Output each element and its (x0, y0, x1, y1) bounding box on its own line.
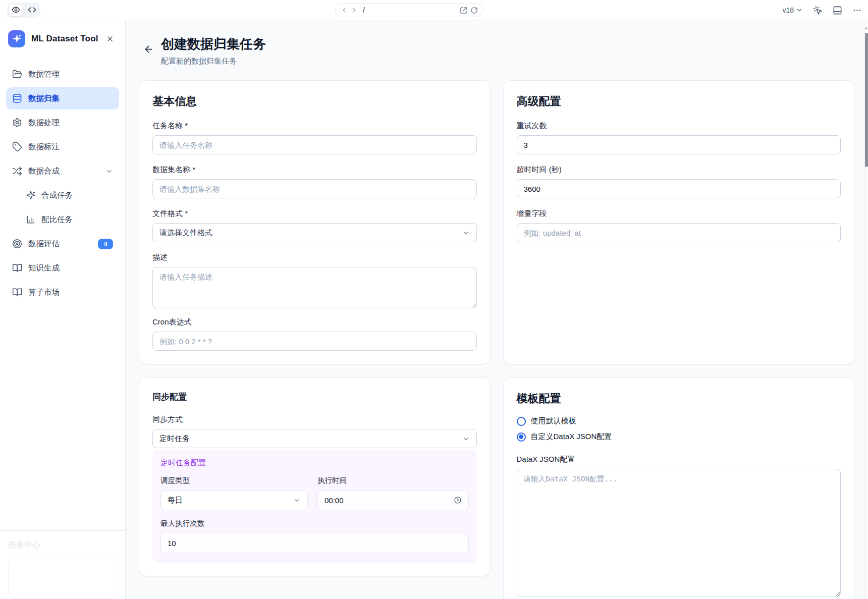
top-toolbar: / v18 (0, 0, 868, 20)
task-center-panel (8, 559, 118, 599)
sync-config-heading: 同步配置 (152, 391, 477, 403)
schedule-type-select[interactable]: 每日 (160, 490, 308, 510)
ellipsis-icon (852, 6, 862, 15)
app-title: ML Dataset Tool (31, 34, 103, 44)
radio-checked-icon[interactable] (517, 432, 526, 442)
advanced-config-heading: 高级配置 (517, 94, 841, 109)
custom-datax-radio-label: 自定义DataX JSON配置 (531, 432, 612, 442)
sidebar-item-data-management[interactable]: 数据管理 (6, 63, 119, 85)
sidebar-item-label: 合成任务 (41, 190, 113, 201)
timeout-input[interactable] (517, 179, 841, 198)
datax-json-label: DataX JSON配置 (517, 455, 841, 464)
mouse-pointer-click-icon (813, 6, 823, 15)
version-selector[interactable]: v18 (782, 6, 803, 14)
schedule-type-select-value: 每日 (168, 496, 183, 505)
open-external-icon[interactable] (460, 7, 467, 14)
sync-mode-label: 同步方式 (152, 415, 477, 424)
sidebar-item-data-synthesis[interactable]: 数据合成 (6, 160, 119, 182)
cron-label: Cron表达式 (152, 317, 477, 327)
sidebar-item-data-collection[interactable]: 数据归集 (6, 87, 119, 110)
back-button[interactable] (139, 39, 158, 59)
default-template-radio-option[interactable]: 使用默认模板 (517, 416, 841, 426)
exec-time-input[interactable]: 00:00 (317, 490, 469, 510)
code-toggle-button[interactable] (24, 4, 39, 17)
sidebar-item-data-labeling[interactable]: 数据标注 (6, 136, 119, 158)
sidebar-header: ML Dataset Tool (0, 20, 125, 57)
eye-icon (12, 6, 20, 14)
file-format-label: 文件格式 * (152, 209, 477, 219)
exec-time-value: 00:00 (324, 496, 344, 505)
sync-mode-select[interactable]: 定时任务 (152, 429, 477, 448)
address-bar[interactable]: / (335, 3, 483, 17)
sidebar-item-operator-market[interactable]: 算子市场 (6, 281, 119, 303)
sidebar-item-label: 数据归集 (28, 93, 113, 104)
scrollbar-up-arrow[interactable]: ▲ (864, 26, 868, 31)
sidebar-item-label: 知识生成 (28, 263, 113, 274)
task-name-input[interactable] (152, 135, 477, 154)
main-content: 创建数据归集任务 配置新的数据归集任务 基本信息 任务名称 * 数据集名称 * (126, 20, 868, 599)
chevron-down-icon (796, 7, 803, 14)
panel-bottom-icon (833, 6, 842, 15)
close-icon (106, 35, 114, 43)
pointer-mode-button[interactable] (813, 6, 823, 15)
timeout-label: 超时时间 (秒) (517, 165, 841, 175)
sidebar-item-label: 数据评估 (28, 239, 92, 249)
shuffle-icon (12, 166, 22, 176)
cron-input[interactable] (152, 332, 477, 351)
database-icon (12, 93, 22, 103)
file-format-select[interactable]: 请选择文件格式 (152, 223, 477, 242)
description-textarea[interactable] (152, 267, 477, 308)
retry-count-input[interactable] (517, 135, 841, 154)
sidebar-item-label: 数据处理 (28, 118, 113, 128)
more-options-button[interactable] (852, 6, 862, 15)
default-template-radio-label: 使用默认模板 (531, 416, 576, 426)
scrollbar-thumb[interactable] (865, 33, 868, 167)
target-icon (12, 239, 22, 249)
basic-info-heading: 基本信息 (152, 94, 477, 109)
sidebar-item-label: 数据管理 (28, 69, 113, 80)
app-logo (8, 30, 25, 47)
gear-icon (12, 118, 22, 128)
clock-icon (454, 496, 462, 504)
sidebar-footer: 任务中心 (0, 530, 125, 599)
tag-icon (12, 142, 22, 152)
file-format-select-value: 请选择文件格式 (159, 228, 212, 238)
sidebar-close-button[interactable] (103, 32, 117, 46)
vertical-scrollbar: ▲ (864, 21, 868, 599)
template-config-heading: 模板配置 (517, 391, 841, 406)
dataset-name-input[interactable] (152, 179, 477, 198)
sidebar-item-knowledge-generation[interactable]: 知识生成 (6, 257, 119, 279)
max-exec-count-label: 最大执行次数 (160, 519, 469, 528)
refresh-icon[interactable] (470, 7, 478, 14)
sidebar-item-label: 配比任务 (41, 214, 113, 225)
sidebar-item-label: 数据合成 (28, 166, 99, 177)
sidebar-item-data-processing[interactable]: 数据处理 (6, 112, 119, 134)
sparkles-icon (12, 34, 22, 43)
task-center-label: 任务中心 (8, 540, 118, 551)
sidebar-nav: 数据管理 数据归集 数据处理 数据标注 数据合成 (0, 57, 125, 303)
evaluation-count-badge: 4 (98, 239, 113, 249)
sync-config-card: 同步配置 同步方式 定时任务 定时任务配置 调度类型 (139, 377, 491, 576)
incremental-field-label: 增量字段 (517, 209, 841, 219)
url-path: / (363, 6, 457, 14)
bar-chart-icon (26, 215, 35, 224)
radio-unchecked-icon[interactable] (517, 417, 526, 426)
panel-layout-button[interactable] (833, 6, 842, 15)
chevron-down-icon (462, 229, 470, 237)
scheduled-task-panel-heading: 定时任务配置 (160, 458, 469, 468)
datax-json-textarea[interactable] (517, 469, 841, 597)
custom-datax-radio-option[interactable]: 自定义DataX JSON配置 (517, 432, 841, 442)
sidebar: ML Dataset Tool 数据管理 数据归集 数据处理 (0, 20, 126, 599)
sidebar-item-synthesis-task[interactable]: 合成任务 (6, 184, 119, 206)
sidebar-item-ratio-task[interactable]: 配比任务 (6, 208, 119, 231)
incremental-field-input[interactable] (517, 223, 841, 242)
sidebar-item-label: 数据标注 (28, 142, 113, 152)
book-icon (12, 263, 22, 273)
version-label: v18 (782, 6, 794, 14)
chevron-down-icon (105, 168, 113, 175)
sidebar-item-data-evaluation[interactable]: 数据评估 4 (6, 233, 119, 255)
max-exec-count-input[interactable]: 10 (160, 533, 469, 553)
back-nav-icon[interactable] (341, 7, 348, 14)
preview-toggle-button[interactable] (8, 4, 23, 17)
forward-nav-icon[interactable] (351, 7, 358, 14)
